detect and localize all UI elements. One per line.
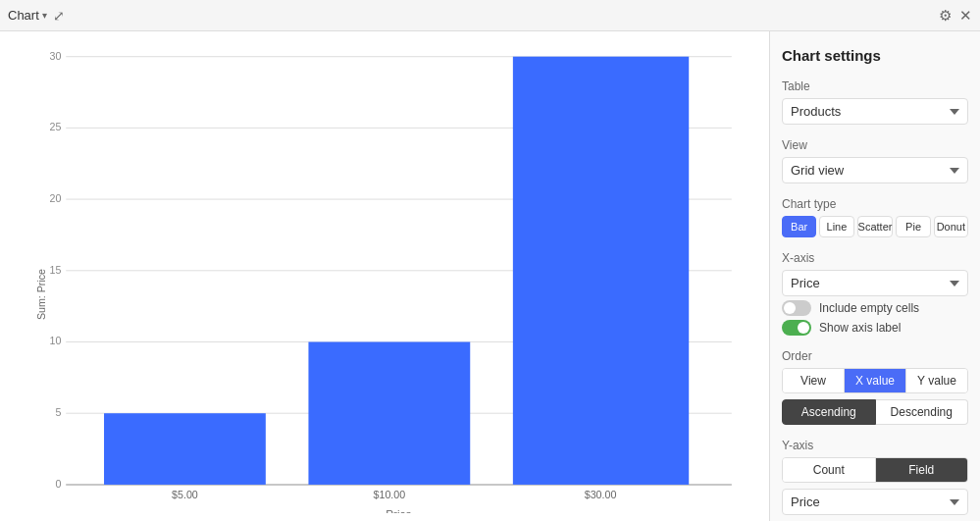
topbar-actions: ⚙ ✕ xyxy=(939,7,972,25)
bar-2 xyxy=(308,342,470,485)
yaxis-field-select[interactable]: Price xyxy=(782,489,968,515)
bar-chart: Sum: Price 0 5 10 15 20 25 30 xyxy=(8,47,761,513)
svg-text:5: 5 xyxy=(55,406,61,418)
chart-type-scatter[interactable]: Scatter xyxy=(857,216,894,237)
view-label: View xyxy=(782,138,968,152)
order-yvalue-btn[interactable]: Y value xyxy=(905,369,967,392)
svg-text:$30.00: $30.00 xyxy=(585,489,617,500)
sort-descending-btn[interactable]: Descending xyxy=(876,399,969,425)
order-section: Order View X value Y value Ascending Des… xyxy=(782,349,968,425)
xaxis-select[interactable]: Price xyxy=(782,270,968,296)
table-select[interactable]: Products xyxy=(782,98,968,125)
bar-3 xyxy=(513,57,689,485)
yaxis-count-btn[interactable]: Count xyxy=(783,458,875,482)
include-empty-cells-label: Include empty cells xyxy=(819,301,919,315)
chart-area: Sum: Price 0 5 10 15 20 25 30 xyxy=(0,31,769,521)
view-section: View Grid view xyxy=(782,138,968,183)
xaxis-section: X-axis Price Include empty cells Show ax… xyxy=(782,251,968,336)
chart-type-donut[interactable]: Donut xyxy=(934,216,968,237)
chart-type-bar[interactable]: Bar xyxy=(782,216,816,237)
title-chevron-icon: ▾ xyxy=(42,10,47,21)
svg-text:0: 0 xyxy=(55,478,61,490)
x-axis-label: Price xyxy=(386,507,412,513)
settings-title: Chart settings xyxy=(782,47,968,64)
table-label: Table xyxy=(782,79,968,93)
order-view-btn[interactable]: View xyxy=(783,369,844,392)
svg-text:20: 20 xyxy=(50,192,62,204)
include-empty-cells-row: Include empty cells xyxy=(782,300,968,316)
chart-type-section: Chart type Bar Line Scatter Pie Donut xyxy=(782,197,968,237)
chart-title-text: Chart xyxy=(8,8,39,23)
export-icon[interactable]: ⤢ xyxy=(53,8,65,24)
close-icon[interactable]: ✕ xyxy=(959,7,972,25)
include-empty-cells-toggle[interactable] xyxy=(782,300,811,316)
bar-1 xyxy=(104,413,266,485)
svg-text:$5.00: $5.00 xyxy=(172,489,198,500)
main-content: Sum: Price 0 5 10 15 20 25 30 xyxy=(0,31,980,521)
chart-type-line[interactable]: Line xyxy=(819,216,853,237)
show-axis-label-row: Show axis label xyxy=(782,320,968,336)
yaxis-label: Y-axis xyxy=(782,439,968,452)
chart-container: Sum: Price 0 5 10 15 20 25 30 xyxy=(8,47,761,513)
show-axis-label-toggle[interactable] xyxy=(782,320,811,336)
chart-type-pie[interactable]: Pie xyxy=(896,216,930,237)
chart-type-label: Chart type xyxy=(782,197,968,211)
chart-title-button[interactable]: Chart ▾ xyxy=(8,8,47,23)
yaxis-field-btn[interactable]: Field xyxy=(875,458,968,482)
svg-text:25: 25 xyxy=(50,121,62,132)
order-buttons-group: View X value Y value xyxy=(782,368,968,393)
show-axis-label-label: Show axis label xyxy=(819,321,901,335)
svg-text:15: 15 xyxy=(50,264,62,276)
svg-text:$10.00: $10.00 xyxy=(374,489,406,500)
view-select[interactable]: Grid view xyxy=(782,157,968,183)
svg-text:10: 10 xyxy=(50,335,62,346)
table-section: Table Products xyxy=(782,79,968,125)
yaxis-buttons-group: Count Field xyxy=(782,457,968,483)
chart-type-buttons: Bar Line Scatter Pie Donut xyxy=(782,216,968,237)
settings-icon[interactable]: ⚙ xyxy=(939,7,952,25)
sort-ascending-btn[interactable]: Ascending xyxy=(782,399,876,425)
xaxis-label: X-axis xyxy=(782,251,968,265)
order-xvalue-btn[interactable]: X value xyxy=(844,369,905,392)
order-label: Order xyxy=(782,349,968,363)
sort-buttons-group: Ascending Descending xyxy=(782,399,968,425)
settings-panel: Chart settings Table Products View Grid … xyxy=(769,31,980,521)
yaxis-section: Y-axis Count Field Price xyxy=(782,439,968,515)
y-axis-label: Sum: Price xyxy=(35,269,47,320)
svg-text:30: 30 xyxy=(50,50,62,62)
topbar: Chart ▾ ⤢ ⚙ ✕ xyxy=(0,0,980,31)
